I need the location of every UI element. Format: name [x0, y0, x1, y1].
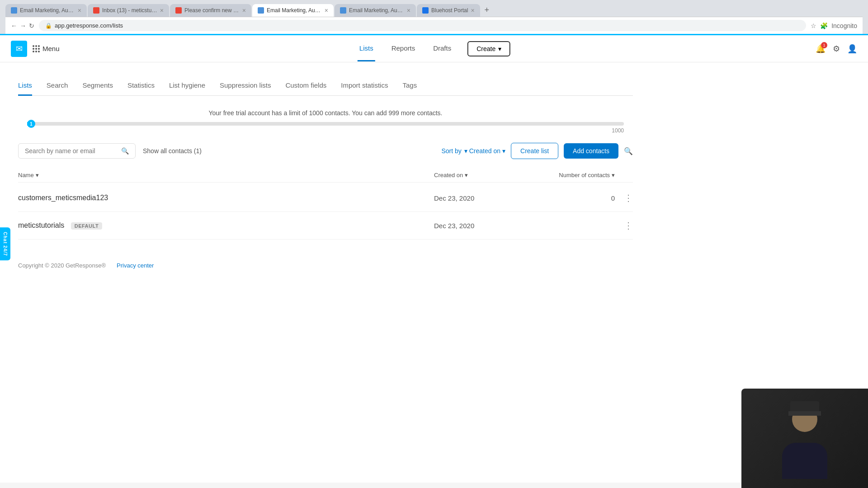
- menu-grid-icon: [33, 45, 40, 52]
- tab-favicon-4: [258, 7, 264, 14]
- back-button[interactable]: ←: [11, 22, 17, 29]
- col-header-created[interactable]: Created on ▾: [434, 172, 533, 178]
- tab-title-2: Inbox (13) - meticstutorials@...: [102, 7, 157, 14]
- table-row: meticstutorials DEFAULT Dec 23, 2020 ⋮: [18, 212, 633, 239]
- subtab-search[interactable]: Search: [47, 76, 68, 96]
- profile-avatar-button[interactable]: 👤: [847, 44, 857, 54]
- top-nav-right: 🔔 1 ⚙ 👤: [816, 44, 857, 54]
- nav-lists[interactable]: Lists: [358, 36, 375, 61]
- address-bar[interactable]: 🔒 app.getresponse.com/lists: [39, 20, 806, 31]
- row-more-button-1[interactable]: ⋮: [624, 192, 633, 203]
- search-box[interactable]: 🔍: [18, 143, 136, 159]
- webcam-inner: [741, 389, 868, 483]
- show-contacts-link[interactable]: Show all contacts (1): [143, 147, 202, 155]
- progress-thumb: 1: [27, 120, 35, 128]
- top-nav: ✉ Menu Lists Reports Drafts Create ▾: [0, 35, 868, 62]
- refresh-button[interactable]: ↻: [29, 22, 34, 29]
- notification-badge: 1: [821, 42, 827, 48]
- person-cap-bill: [788, 411, 821, 416]
- url-text: app.getresponse.com/lists: [55, 22, 123, 29]
- top-nav-center: Lists Reports Drafts Create ▾: [358, 36, 510, 61]
- notification-button[interactable]: 🔔 1: [816, 44, 826, 54]
- search-input[interactable]: [25, 147, 118, 155]
- col-created-sort-icon: ▾: [465, 172, 468, 178]
- tab-close-4[interactable]: ×: [325, 7, 328, 14]
- app-logo: ✉: [11, 41, 27, 57]
- footer: Copyright © 2020 GetResponse® Privacy ce…: [0, 253, 868, 278]
- table-search-icon[interactable]: 🔍: [624, 147, 633, 155]
- browser-tab-2[interactable]: Inbox (13) - meticstutorials@... ×: [88, 4, 169, 17]
- row-name-1: customers_meticsmedia123: [18, 194, 434, 202]
- person-body: [782, 443, 827, 479]
- settings-button[interactable]: ⚙: [833, 44, 840, 54]
- footer-copyright: Copyright © 2020 GetResponse®: [18, 262, 106, 269]
- subtab-custom-fields[interactable]: Custom fields: [285, 76, 326, 96]
- browser-addressbar: ← → ↻ 🔒 app.getresponse.com/lists ☆ 🧩 In…: [5, 17, 863, 34]
- tab-title-3: Please confirm new email add...: [184, 7, 240, 14]
- browser-tab-6[interactable]: Bluehost Portal ×: [417, 4, 480, 17]
- subtab-lists[interactable]: Lists: [18, 76, 32, 96]
- browser-chrome: Email Marketing, Autorespond... × Inbox …: [0, 0, 868, 34]
- browser-nav-buttons: ← → ↻: [11, 22, 34, 29]
- tab-favicon-3: [175, 7, 182, 14]
- browser-tab-1[interactable]: Email Marketing, Autorespond... ×: [5, 4, 87, 17]
- table-header: Name ▾ Created on ▾ Number of contacts ▾: [18, 168, 633, 183]
- tab-title-4: Email Marketing, Autorespond...: [267, 7, 322, 14]
- sort-by-arrow: ▾: [464, 147, 467, 155]
- tab-close-3[interactable]: ×: [242, 7, 246, 14]
- subtab-segments[interactable]: Segments: [82, 76, 113, 96]
- chat-widget[interactable]: Chat 24/7: [0, 227, 10, 260]
- subtab-import-statistics[interactable]: Import statistics: [341, 76, 388, 96]
- add-contacts-button[interactable]: Add contacts: [564, 143, 618, 159]
- nav-reports[interactable]: Reports: [390, 36, 417, 61]
- row-created-1: Dec 23, 2020: [434, 194, 533, 202]
- sort-by-label: Sort by: [441, 147, 461, 155]
- row-contacts-1: 0: [533, 194, 615, 202]
- col-contacts-sort-icon: ▾: [612, 172, 615, 178]
- tab-close-2[interactable]: ×: [160, 7, 164, 14]
- create-chevron-icon: ▾: [498, 45, 501, 52]
- footer-privacy-link[interactable]: Privacy center: [117, 262, 154, 269]
- col-header-name[interactable]: Name ▾: [18, 172, 434, 178]
- new-tab-button[interactable]: +: [481, 4, 493, 17]
- tab-close-1[interactable]: ×: [78, 7, 81, 14]
- browser-tab-5[interactable]: Email Marketing, Autorespond... ×: [335, 4, 416, 17]
- browser-tab-3[interactable]: Please confirm new email add... ×: [170, 4, 251, 17]
- subtab-list-hygiene[interactable]: List hygiene: [169, 76, 205, 96]
- tab-favicon-5: [340, 7, 346, 14]
- tab-favicon-2: [93, 7, 99, 14]
- create-button-label: Create: [476, 45, 495, 52]
- tab-close-6[interactable]: ×: [471, 7, 474, 14]
- forward-button[interactable]: →: [20, 22, 26, 29]
- create-button[interactable]: Create ▾: [467, 41, 510, 56]
- controls-right: Sort by ▾ Created on ▾ Create list Add c…: [441, 143, 633, 159]
- nav-drafts[interactable]: Drafts: [431, 36, 453, 61]
- subtab-tags[interactable]: Tags: [402, 76, 417, 96]
- webcam-overlay: [741, 389, 868, 483]
- extensions-button[interactable]: 🧩: [820, 22, 828, 29]
- person-figure: [773, 398, 836, 479]
- controls-row: 🔍 Show all contacts (1) Sort by ▾ Create…: [18, 143, 633, 159]
- row-more-button-2[interactable]: ⋮: [624, 220, 633, 231]
- create-list-button[interactable]: Create list: [511, 143, 558, 159]
- bookmark-button[interactable]: ☆: [811, 22, 816, 29]
- subtab-suppression[interactable]: Suppression lists: [220, 76, 271, 96]
- sort-by-value[interactable]: ▾ Created on ▾: [464, 147, 505, 155]
- menu-label: Menu: [42, 45, 60, 52]
- progress-label-max: 1000: [612, 127, 624, 134]
- tab-close-5[interactable]: ×: [407, 7, 410, 14]
- search-submit-icon[interactable]: 🔍: [121, 147, 129, 155]
- subtab-statistics[interactable]: Statistics: [127, 76, 155, 96]
- col-header-contacts[interactable]: Number of contacts ▾: [533, 172, 615, 178]
- trial-message: Your free trial account has a limit of 1…: [18, 109, 633, 117]
- progress-track: 1: [27, 122, 624, 126]
- browser-tab-4[interactable]: Email Marketing, Autorespond... ×: [252, 4, 334, 17]
- row-created-2: Dec 23, 2020: [434, 222, 533, 230]
- profile-button[interactable]: Incognito: [831, 22, 857, 29]
- tab-title-6: Bluehost Portal: [431, 7, 468, 14]
- main-content: Lists Search Segments Statistics List hy…: [0, 62, 651, 253]
- browser-tabs: Email Marketing, Autorespond... × Inbox …: [5, 4, 863, 17]
- sort-by-caret: ▾: [502, 147, 505, 155]
- menu-button[interactable]: Menu: [33, 45, 60, 52]
- row-actions-2: ⋮: [615, 220, 633, 231]
